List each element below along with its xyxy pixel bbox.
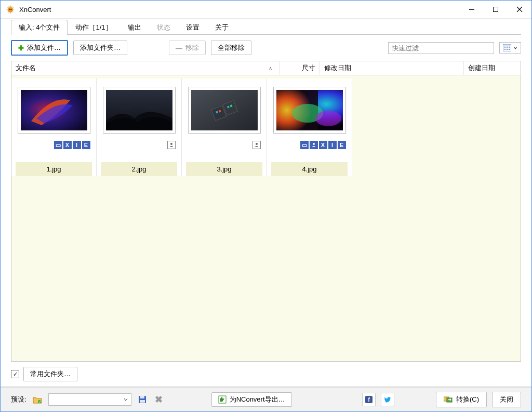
add-folder-button[interactable]: 添加文件夹… [73,41,127,55]
close-label: 关闭 [500,395,513,404]
badge-minus-icon: ▭ [300,141,309,149]
svg-rect-4 [494,7,498,12]
chevron-down-icon [513,44,517,51]
app-window: XnConvert 输入: 4个文件 动作［1/1］ 输出 状态 设置 关于 ✚… [0,0,532,412]
bottom-bar: 预设: ✖ 为NConvert导出… [1,387,531,411]
sort-indicator-icon: ∧ [269,65,272,71]
add-files-button[interactable]: ✚ 添加文件… [11,40,68,56]
thumbs-area[interactable]: ▭ X I E 1.jpg [11,75,521,361]
remove-button[interactable]: — 移除 [169,41,206,55]
titlebar: XnConvert [1,1,531,19]
remove-all-label: 全部移除 [218,43,245,52]
column-filename-label: 文件名 [16,63,36,73]
svg-point-14 [509,49,510,50]
thumb-frame [273,87,346,134]
convert-label: 转换(C) [456,395,479,404]
column-filename[interactable]: 文件名 ∧ [11,61,280,75]
badge-i-icon: I [328,141,337,149]
thumb-card[interactable]: 2.jpg [97,78,182,176]
save-preset-icon[interactable] [137,394,148,405]
thumbnail-image [106,90,172,130]
window-controls [460,1,531,18]
quick-filter-input[interactable] [388,42,494,54]
tab-about[interactable]: 关于 [207,20,236,35]
export-icon [218,395,227,404]
grid-icon [503,44,511,51]
badge-row [103,141,176,149]
add-files-label: 添加文件… [27,43,61,52]
column-modified[interactable]: 修改日期 [320,61,464,75]
tab-status[interactable]: 状态 [149,20,178,35]
export-nconvert-button[interactable]: 为NConvert导出… [211,392,292,407]
tab-input[interactable]: 输入: 4个文件 [11,20,68,35]
facebook-icon[interactable]: f [362,393,376,406]
svg-point-1 [9,9,10,10]
export-nconvert-label: 为NConvert导出… [230,395,285,404]
hot-folders-label: 常用文件夹… [30,369,71,379]
remove-label: 移除 [185,43,199,52]
svg-point-2 [10,9,11,10]
svg-point-7 [507,46,508,47]
hot-folders-row: ✓ 常用文件夹… [1,362,531,387]
thumb-frame [103,87,176,134]
badge-row: ▭ X I E [273,141,346,149]
badge-i-icon: I [73,141,81,149]
maximize-button[interactable] [484,1,508,18]
svg-rect-18 [191,90,258,130]
remove-all-button[interactable]: 全部移除 [211,41,251,55]
chevron-down-icon [124,397,128,402]
svg-rect-3 [469,9,474,10]
svg-point-8 [509,46,510,47]
column-size[interactable]: 尺寸 [280,61,320,75]
app-icon [6,5,15,14]
badge-row: ▭ X I E [18,141,90,149]
app-title: XnConvert [19,6,51,14]
open-preset-icon[interactable] [32,394,43,405]
thumb-label: 2.jpg [101,162,177,176]
svg-point-31 [313,143,315,145]
thumb-label: 1.jpg [16,162,92,176]
close-button[interactable] [508,1,531,18]
column-size-label: 尺寸 [302,63,315,73]
toolbar: ✚ 添加文件… 添加文件夹… — 移除 全部移除 [1,35,531,61]
delete-preset-icon[interactable]: ✖ [153,394,165,405]
badge-e-icon: E [338,141,346,149]
thumb-frame [188,87,261,134]
hot-folders-checkbox[interactable]: ✓ [11,370,19,378]
tab-output[interactable]: 输出 [120,20,149,35]
minus-icon: — [176,44,182,52]
column-modified-label: 修改日期 [324,63,351,73]
badge-row [188,141,261,149]
thumb-card[interactable]: 3.jpg [182,78,267,176]
convert-button[interactable]: 转换(C) [436,392,487,407]
tab-bar: 输入: 4个文件 动作［1/1］ 输出 状态 设置 关于 [1,19,531,34]
twitter-icon[interactable] [381,393,394,406]
tab-settings[interactable]: 设置 [178,20,207,35]
thumb-card[interactable]: ▭ X I E 1.jpg [11,78,97,176]
svg-point-12 [504,49,506,50]
thumb-frame [18,87,90,134]
thumb-card[interactable]: ▭ X I E 4.jpg [267,78,352,176]
badge-e-icon: E [82,141,90,149]
file-pane: 文件名 ∧ 尺寸 修改日期 创建日期 [11,61,521,362]
hot-folders-button[interactable]: 常用文件夹… [23,367,77,381]
preset-select[interactable] [48,393,131,406]
thumbnail-image [276,90,343,130]
svg-rect-35 [140,400,145,403]
close-app-button[interactable]: 关闭 [492,392,521,407]
thumbnail-image [191,90,258,130]
column-created[interactable]: 创建日期 [464,61,521,75]
badge-minus-icon: ▭ [54,141,62,149]
view-mode-button[interactable] [499,42,521,54]
svg-text:f: f [368,396,370,403]
svg-point-11 [509,47,510,48]
badge-x-icon: X [63,141,72,149]
tab-actions[interactable]: 动作［1/1］ [68,20,119,35]
svg-point-6 [504,46,506,47]
svg-point-9 [504,47,506,48]
svg-point-30 [315,111,341,126]
badge-person-icon [167,141,176,149]
minimize-button[interactable] [460,1,484,18]
columns-header: 文件名 ∧ 尺寸 修改日期 创建日期 [11,61,521,75]
svg-point-25 [256,143,258,145]
